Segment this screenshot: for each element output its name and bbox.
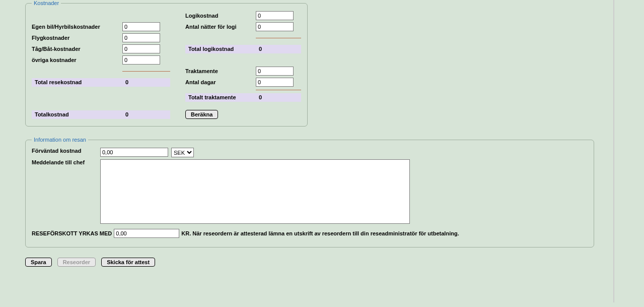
value-total-logi: 0 [256,45,301,53]
label-tag-bat: Tåg/Båt-kostnader [32,45,122,53]
input-forvantad-kostnad[interactable] [100,148,168,157]
spara-button[interactable]: Spara [25,258,52,267]
label-traktamente: Traktamente [185,67,256,75]
kostnader-legend: Kostnader [32,0,61,6]
separator [122,71,170,72]
value-totalkostnad: 0 [122,110,170,119]
label-flyg: Flygkostnader [32,34,122,42]
input-antal-natter[interactable] [256,22,294,31]
reseorder-button: Reseorder [57,258,96,267]
kostnader-fieldset: Kostnader Logikostnad Egen bil/Hyrbilsko… [25,0,308,127]
label-meddelande: Meddelande till chef [32,159,100,165]
select-currency[interactable]: SEK [171,148,194,157]
label-total-logi: Total logikostnad [185,45,256,53]
label-antal-dagar: Antal dagar [185,78,256,86]
label-total-rese: Total resekostnad [32,78,122,87]
label-antal-natter: Antal nätter för logi [185,23,256,31]
input-egen-bil[interactable] [122,22,160,31]
label-totalt-trakt: Totalt traktamente [185,93,256,102]
label-logikostnad: Logikostnad [185,12,256,20]
button-bar: Spara Reseorder Skicka för attest [25,258,608,267]
separator [256,90,301,90]
input-traktamente[interactable] [256,67,294,76]
label-ovriga: övriga kostnader [32,56,122,64]
value-totalt-trakt: 0 [256,93,301,102]
information-fieldset: Information om resan Förväntad kostnad S… [25,137,594,248]
separator [256,38,301,38]
berakna-button[interactable]: Beräkna [185,110,218,119]
value-total-rese: 0 [122,78,170,87]
label-reseforskott-suffix: KR. När reseordern är attesterad lämna e… [181,229,459,237]
input-reseforskott[interactable] [114,229,179,238]
input-tag-bat[interactable] [122,44,160,53]
information-legend: Information om resan [32,137,88,143]
label-reseforskott-prefix: RESEFÖRSKOTT YRKAS MED [32,229,112,237]
input-logikostnad[interactable] [256,11,294,20]
textarea-meddelande[interactable] [100,159,410,224]
label-egen-bil: Egen bil/Hyrbilskostnader [32,23,122,31]
input-ovriga[interactable] [122,55,160,65]
label-forvantad: Förväntad kostnad [32,148,100,154]
skicka-button[interactable]: Skicka för attest [101,258,155,267]
input-flyg[interactable] [122,33,160,42]
input-antal-dagar[interactable] [256,78,294,87]
label-totalkostnad: Totalkostnad [32,110,122,119]
